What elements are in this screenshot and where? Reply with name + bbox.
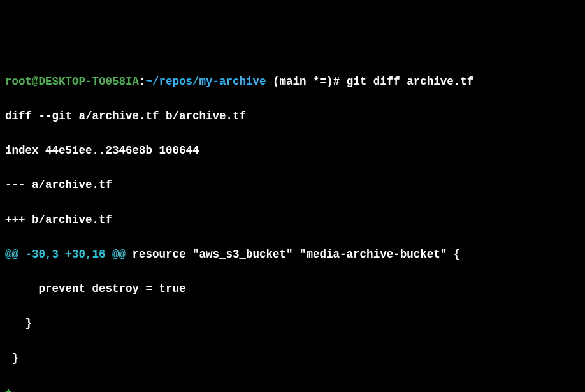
prompt-path: ~/repos/my-archive	[146, 75, 266, 88]
hunk-header-line: @@ -30,3 +30,16 @@ resource "aws_s3_buck…	[5, 246, 580, 263]
terminal-prompt-line: root@DESKTOP-TO058IA:~/repos/my-archive …	[5, 73, 580, 91]
prompt-host: DESKTOP-TO058IA	[39, 75, 140, 88]
diff-index: index 44e51ee..2346e8b 100644	[5, 142, 580, 159]
hunk-context: resource "aws_s3_bucket" "media-archive-…	[126, 248, 460, 261]
prompt-branch: (main *=)	[266, 75, 333, 88]
diff-file-b: +++ b/archive.tf	[5, 212, 580, 229]
prompt-colon: :	[139, 75, 146, 88]
context-line: }	[5, 315, 580, 332]
prompt-hash: #	[333, 75, 347, 88]
hunk-marker-open: @@	[5, 248, 25, 261]
context-line: }	[5, 350, 580, 367]
diff-file-a: --- a/archive.tf	[5, 177, 580, 194]
command-text[interactable]: git diff archive.tf	[347, 75, 474, 88]
added-line: +	[5, 384, 580, 392]
hunk-range: -30,3 +30,16	[25, 248, 106, 261]
diff-header: diff --git a/archive.tf b/archive.tf	[5, 108, 580, 125]
prompt-user: root	[5, 75, 32, 88]
context-line: prevent_destroy = true	[5, 280, 580, 298]
hunk-marker-close: @@	[106, 248, 126, 261]
prompt-at: @	[32, 75, 39, 88]
